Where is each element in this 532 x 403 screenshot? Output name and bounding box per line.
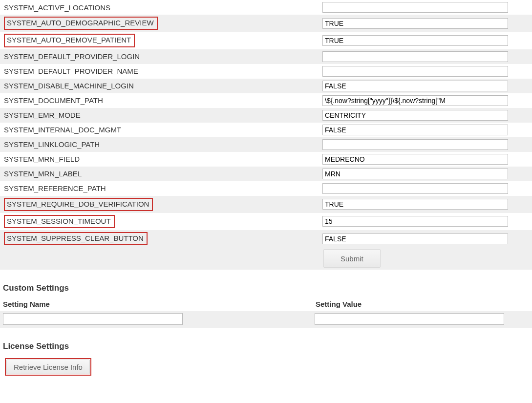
custom-settings-labels: Setting Name Setting Value [3,300,532,311]
setting-row: SYSTEM_SUPPRESS_CLEAR_BUTTON [0,230,532,247]
setting-label: SYSTEM_SUPPRESS_CLEAR_BUTTON [4,232,148,245]
setting-label: SYSTEM_EMR_MODE [4,111,81,119]
setting-label: SYSTEM_DEFAULT_PROVIDER_NAME [4,67,138,75]
setting-label-cell: SYSTEM_MRN_FIELD [0,153,322,165]
setting-input-cell [322,1,508,14]
setting-label: SYSTEM_DEFAULT_PROVIDER_LOGIN [4,52,140,61]
setting-label-cell: SYSTEM_INTERNAL_DOC_MGMT [0,124,322,136]
setting-input-cell [322,124,508,136]
setting-input[interactable] [322,35,508,46]
setting-input[interactable] [322,110,508,121]
setting-row: SYSTEM_INTERNAL_DOC_MGMT [0,123,532,137]
setting-name-input[interactable] [3,313,183,325]
setting-label-cell: SYSTEM_DEFAULT_PROVIDER_NAME [0,65,322,77]
setting-input-cell [322,138,508,151]
setting-input-cell [322,109,508,122]
setting-input-cell [322,215,508,228]
setting-row: SYSTEM_SESSION_TIMEOUT [0,213,532,230]
setting-row: SYSTEM_DISABLE_MACHINE_LOGIN [0,79,532,93]
setting-input[interactable] [322,139,508,150]
setting-label-cell: SYSTEM_EMR_MODE [0,109,322,121]
setting-input[interactable] [322,233,508,244]
setting-label-cell: SYSTEM_DEFAULT_PROVIDER_LOGIN [0,50,322,63]
setting-label: SYSTEM_MRN_FIELD [4,155,80,163]
setting-label: SYSTEM_AUTO_REMOVE_PATIENT [4,34,135,47]
setting-input-cell [322,34,508,47]
setting-input[interactable] [322,154,508,165]
setting-row: SYSTEM_EMR_MODE [0,108,532,123]
retrieve-license-button[interactable]: Retrieve License Info [6,360,90,374]
setting-label-cell: SYSTEM_MRN_LABEL [0,168,322,180]
setting-input-cell [322,80,508,92]
license-settings-heading: License Settings [3,341,532,351]
setting-label: SYSTEM_LINKLOGIC_PATH [4,140,100,148]
setting-input[interactable] [322,183,508,194]
setting-row: SYSTEM_REFERENCE_PATH [0,181,532,196]
setting-row: SYSTEM_DEFAULT_PROVIDER_NAME [0,64,532,79]
setting-input[interactable] [322,66,508,77]
setting-label: SYSTEM_AUTO_DEMOGRAPHIC_REVIEW [4,17,158,30]
setting-input-cell [322,94,508,107]
setting-value-label: Setting Value [316,300,362,311]
setting-label: SYSTEM_MRN_LABEL [4,170,82,178]
setting-label-cell: SYSTEM_REFERENCE_PATH [0,182,322,194]
setting-input-cell [322,17,508,30]
setting-row: SYSTEM_MRN_FIELD [0,152,532,167]
setting-name-label: Setting Name [3,300,316,311]
setting-label-cell: SYSTEM_REQUIRE_DOB_VERIFICATION [0,196,322,213]
setting-row: SYSTEM_DOCUMENT_PATH [0,93,532,108]
setting-row: SYSTEM_LINKLOGIC_PATH [0,137,532,152]
submit-row: Submit [0,247,532,270]
custom-settings-row [0,311,532,328]
setting-label: SYSTEM_REQUIRE_DOB_VERIFICATION [4,198,153,211]
setting-input[interactable] [322,18,508,29]
setting-input-cell [322,198,508,211]
setting-input-cell [322,153,508,166]
setting-label-cell: SYSTEM_DISABLE_MACHINE_LOGIN [0,80,322,92]
setting-row: SYSTEM_MRN_LABEL [0,167,532,181]
license-button-highlight: Retrieve License Info [5,358,91,376]
setting-row: SYSTEM_AUTO_REMOVE_PATIENT [0,32,532,49]
setting-input[interactable] [322,51,508,62]
setting-input[interactable] [322,199,508,210]
custom-settings-heading: Custom Settings [3,283,532,293]
setting-label-cell: SYSTEM_AUTO_REMOVE_PATIENT [0,32,322,49]
submit-button[interactable]: Submit [323,249,381,268]
setting-input-cell [322,182,508,195]
setting-label: SYSTEM_DOCUMENT_PATH [4,96,103,105]
setting-row: SYSTEM_DEFAULT_PROVIDER_LOGIN [0,49,532,64]
setting-label-cell: SYSTEM_SUPPRESS_CLEAR_BUTTON [0,230,322,247]
setting-input-cell [322,50,508,63]
setting-label-cell: SYSTEM_ACTIVE_LOCATIONS [0,1,322,14]
setting-row: SYSTEM_REQUIRE_DOB_VERIFICATION [0,196,532,213]
setting-label-cell: SYSTEM_LINKLOGIC_PATH [0,138,322,150]
setting-label: SYSTEM_REFERENCE_PATH [4,184,106,192]
setting-input[interactable] [322,216,508,227]
setting-label-cell: SYSTEM_DOCUMENT_PATH [0,94,322,106]
setting-label: SYSTEM_ACTIVE_LOCATIONS [4,3,110,12]
setting-input[interactable] [322,169,508,179]
setting-input[interactable] [322,81,508,91]
setting-label: SYSTEM_DISABLE_MACHINE_LOGIN [4,82,134,90]
setting-input[interactable] [322,95,508,106]
setting-input[interactable] [322,125,508,135]
setting-label-cell: SYSTEM_SESSION_TIMEOUT [0,213,322,230]
setting-row: SYSTEM_AUTO_DEMOGRAPHIC_REVIEW [0,15,532,32]
setting-input-cell [322,65,508,78]
setting-label-cell: SYSTEM_AUTO_DEMOGRAPHIC_REVIEW [0,15,322,32]
setting-label: SYSTEM_INTERNAL_DOC_MGMT [4,126,121,134]
settings-table: SYSTEM_ACTIVE_LOCATIONSSYSTEM_AUTO_DEMOG… [0,0,532,247]
setting-input-cell [322,168,508,180]
setting-input[interactable] [322,2,508,13]
setting-input-cell [322,233,508,245]
setting-value-input[interactable] [315,313,504,325]
setting-row: SYSTEM_ACTIVE_LOCATIONS [0,0,532,15]
setting-label: SYSTEM_SESSION_TIMEOUT [4,215,115,228]
